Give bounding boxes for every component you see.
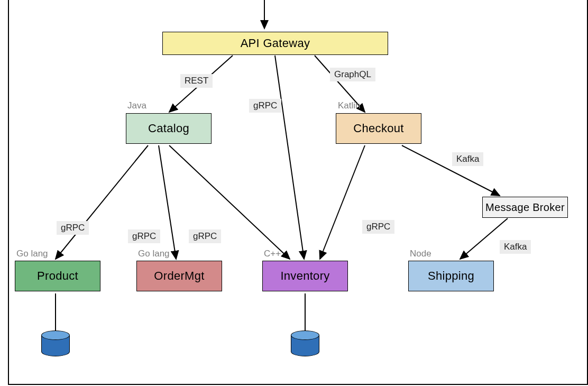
arrow-catalog-to-inventory xyxy=(169,145,290,259)
database-icon-product xyxy=(41,330,71,361)
node-product: Product xyxy=(15,261,100,291)
lang-label-catalog: Java xyxy=(127,100,146,111)
node-api-gateway: API Gateway xyxy=(162,32,388,55)
lang-label-shipping: Node xyxy=(410,249,431,259)
node-message-broker: Message Broker xyxy=(482,197,568,218)
page-border-bottom xyxy=(8,384,587,385)
node-checkout: Checkout xyxy=(336,113,421,144)
arrow-catalog-to-ordermgt xyxy=(159,145,176,259)
node-shipping: Shipping xyxy=(408,261,494,291)
node-label: Product xyxy=(37,269,78,283)
edge-label-grpc-catalog-product: gRPC xyxy=(57,221,89,235)
connectors-svg xyxy=(0,0,588,386)
page-border-left xyxy=(8,0,9,385)
node-label: OrderMgt xyxy=(154,269,204,283)
database-icon-inventory xyxy=(291,330,320,361)
arrow-checkout-to-broker xyxy=(402,145,500,196)
lang-label-product: Go lang xyxy=(16,249,48,259)
node-label: Shipping xyxy=(428,269,474,283)
edge-label-rest: REST xyxy=(180,74,213,88)
edge-label-grpc-catalog-ordermgt: gRPC xyxy=(128,229,160,243)
node-ordermgt: OrderMgt xyxy=(136,261,222,291)
node-label: Checkout xyxy=(353,122,403,135)
edge-label-grpc-checkout-inventory: gRPC xyxy=(362,220,394,234)
edge-label-kafka-checkout-broker: Kafka xyxy=(452,152,483,166)
edge-label-kafka-broker-shipping: Kafka xyxy=(500,240,531,254)
edge-label-graphql: GraphQL xyxy=(330,68,375,81)
node-inventory: Inventory xyxy=(262,261,348,291)
node-label: Catalog xyxy=(148,122,189,135)
node-label: Inventory xyxy=(280,269,329,283)
edge-label-grpc-catalog-inventory: gRPC xyxy=(189,229,221,243)
edge-label-grpc-gateway-inventory: gRPC xyxy=(249,99,281,113)
lang-label-inventory: C++ xyxy=(264,249,281,259)
arrow-gateway-to-inventory xyxy=(275,56,304,259)
lang-label-checkout: Katlin xyxy=(338,100,361,111)
node-label: API Gateway xyxy=(241,36,310,50)
lang-label-ordermgt: Go lang xyxy=(138,249,170,259)
node-catalog: Catalog xyxy=(126,113,212,144)
arrow-checkout-to-inventory xyxy=(320,145,365,259)
node-label: Message Broker xyxy=(485,201,565,214)
